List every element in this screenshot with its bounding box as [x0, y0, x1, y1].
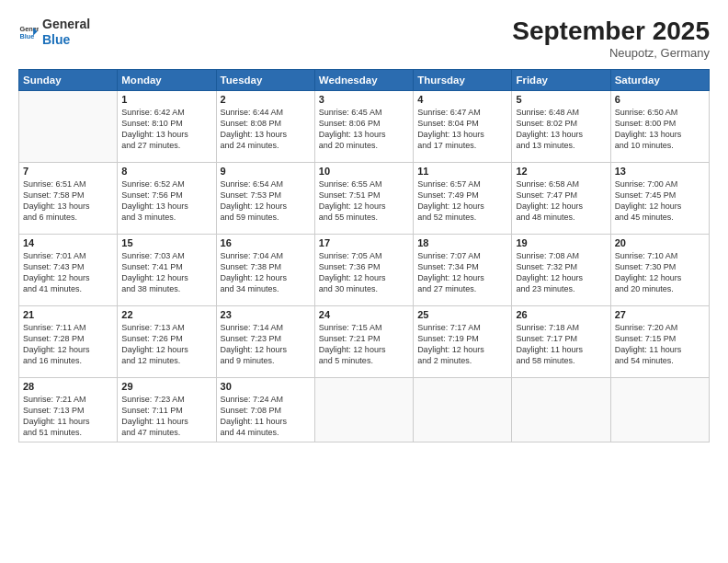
day-info: Sunrise: 7:15 AMSunset: 7:21 PMDaylight:… — [319, 322, 409, 367]
calendar-cell — [512, 378, 610, 442]
day-number: 10 — [319, 166, 409, 177]
calendar-cell: 20Sunrise: 7:10 AMSunset: 7:30 PMDayligh… — [610, 235, 709, 306]
day-info: Sunrise: 7:23 AMSunset: 7:11 PMDaylight:… — [121, 394, 211, 439]
day-info: Sunrise: 6:45 AMSunset: 8:06 PMDaylight:… — [319, 107, 409, 152]
week-row-4: 21Sunrise: 7:11 AMSunset: 7:28 PMDayligh… — [19, 306, 710, 378]
calendar-cell: 27Sunrise: 7:20 AMSunset: 7:15 PMDayligh… — [610, 306, 709, 378]
day-number: 19 — [516, 237, 606, 248]
day-number: 2 — [221, 94, 311, 105]
title-block: September 2025 Neupotz, Germany — [512, 17, 710, 60]
day-number: 9 — [221, 166, 311, 177]
day-number: 23 — [221, 309, 311, 320]
calendar-cell: 29Sunrise: 7:23 AMSunset: 7:11 PMDayligh… — [118, 378, 216, 442]
calendar-cell: 14Sunrise: 7:01 AMSunset: 7:43 PMDayligh… — [19, 235, 118, 306]
day-number: 29 — [121, 381, 211, 392]
day-info: Sunrise: 7:05 AMSunset: 7:36 PMDaylight:… — [319, 250, 409, 295]
week-row-3: 14Sunrise: 7:01 AMSunset: 7:43 PMDayligh… — [19, 235, 710, 306]
day-info: Sunrise: 6:57 AMSunset: 7:49 PMDaylight:… — [417, 178, 507, 224]
calendar-cell: 4Sunrise: 6:47 AMSunset: 8:04 PMDaylight… — [414, 91, 512, 163]
logo-general-text: General — [42, 17, 90, 31]
day-info: Sunrise: 7:17 AMSunset: 7:19 PMDaylight:… — [417, 322, 507, 367]
calendar-page: General Blue General Blue September 2025… — [0, 0, 728, 563]
day-info: Sunrise: 6:42 AMSunset: 8:10 PMDaylight:… — [121, 107, 211, 152]
week-row-2: 7Sunrise: 6:51 AMSunset: 7:58 PMDaylight… — [19, 163, 710, 235]
logo-icon: General Blue — [18, 22, 39, 42]
calendar-cell: 9Sunrise: 6:54 AMSunset: 7:53 PMDaylight… — [216, 163, 314, 235]
day-info: Sunrise: 7:04 AMSunset: 7:38 PMDaylight:… — [221, 250, 311, 295]
calendar-cell: 25Sunrise: 7:17 AMSunset: 7:19 PMDayligh… — [414, 306, 512, 378]
page-header: General Blue General Blue September 2025… — [18, 17, 710, 60]
calendar-cell: 23Sunrise: 7:14 AMSunset: 7:23 PMDayligh… — [216, 306, 314, 378]
calendar-cell: 18Sunrise: 7:07 AMSunset: 7:34 PMDayligh… — [414, 235, 512, 306]
day-number: 8 — [121, 166, 211, 177]
day-number: 20 — [615, 237, 705, 248]
weekday-header-tuesday: Tuesday — [216, 70, 314, 91]
day-number: 6 — [615, 94, 705, 105]
day-number: 26 — [516, 309, 606, 320]
logo-blue-text: Blue — [42, 32, 70, 47]
calendar-cell: 16Sunrise: 7:04 AMSunset: 7:38 PMDayligh… — [216, 235, 314, 306]
day-number: 12 — [516, 166, 606, 177]
day-info: Sunrise: 6:54 AMSunset: 7:53 PMDaylight:… — [221, 178, 311, 224]
calendar-cell — [414, 378, 512, 442]
day-number: 13 — [615, 166, 705, 177]
day-number: 18 — [417, 237, 507, 248]
calendar-cell — [610, 378, 709, 442]
day-info: Sunrise: 7:00 AMSunset: 7:45 PMDaylight:… — [615, 178, 705, 224]
calendar-cell: 13Sunrise: 7:00 AMSunset: 7:45 PMDayligh… — [610, 163, 709, 235]
calendar-cell: 7Sunrise: 6:51 AMSunset: 7:58 PMDaylight… — [19, 163, 118, 235]
month-year: September 2025 — [512, 17, 710, 46]
calendar-cell: 1Sunrise: 6:42 AMSunset: 8:10 PMDaylight… — [118, 91, 216, 163]
day-number: 11 — [417, 166, 507, 177]
week-row-1: 1Sunrise: 6:42 AMSunset: 8:10 PMDaylight… — [19, 91, 710, 163]
day-info: Sunrise: 6:51 AMSunset: 7:58 PMDaylight:… — [23, 178, 113, 224]
day-info: Sunrise: 7:24 AMSunset: 7:08 PMDaylight:… — [221, 394, 311, 439]
calendar-cell: 19Sunrise: 7:08 AMSunset: 7:32 PMDayligh… — [512, 235, 610, 306]
day-info: Sunrise: 7:01 AMSunset: 7:43 PMDaylight:… — [23, 250, 113, 295]
day-info: Sunrise: 7:10 AMSunset: 7:30 PMDaylight:… — [615, 250, 705, 295]
calendar-cell — [314, 378, 413, 442]
calendar-cell: 3Sunrise: 6:45 AMSunset: 8:06 PMDaylight… — [314, 91, 413, 163]
day-info: Sunrise: 7:21 AMSunset: 7:13 PMDaylight:… — [23, 394, 113, 439]
calendar-cell: 2Sunrise: 6:44 AMSunset: 8:08 PMDaylight… — [216, 91, 314, 163]
day-number: 21 — [23, 309, 113, 320]
calendar-cell: 12Sunrise: 6:58 AMSunset: 7:47 PMDayligh… — [512, 163, 610, 235]
day-number: 17 — [319, 237, 409, 248]
day-number: 3 — [319, 94, 409, 105]
day-number: 25 — [417, 309, 507, 320]
calendar-cell: 17Sunrise: 7:05 AMSunset: 7:36 PMDayligh… — [314, 235, 413, 306]
calendar-cell: 11Sunrise: 6:57 AMSunset: 7:49 PMDayligh… — [414, 163, 512, 235]
day-number: 28 — [23, 381, 113, 392]
weekday-header-friday: Friday — [512, 70, 610, 91]
calendar-cell: 8Sunrise: 6:52 AMSunset: 7:56 PMDaylight… — [118, 163, 216, 235]
day-number: 15 — [121, 237, 211, 248]
calendar-cell: 10Sunrise: 6:55 AMSunset: 7:51 PMDayligh… — [314, 163, 413, 235]
calendar-table: SundayMondayTuesdayWednesdayThursdayFrid… — [18, 69, 710, 442]
day-info: Sunrise: 7:14 AMSunset: 7:23 PMDaylight:… — [221, 322, 311, 367]
day-number: 30 — [221, 381, 311, 392]
weekday-header-saturday: Saturday — [610, 70, 709, 91]
weekday-header-thursday: Thursday — [414, 70, 512, 91]
day-info: Sunrise: 7:07 AMSunset: 7:34 PMDaylight:… — [417, 250, 507, 295]
day-info: Sunrise: 7:11 AMSunset: 7:28 PMDaylight:… — [23, 322, 113, 367]
calendar-cell — [19, 91, 118, 163]
logo: General Blue General Blue — [18, 17, 90, 48]
day-info: Sunrise: 6:55 AMSunset: 7:51 PMDaylight:… — [319, 178, 409, 224]
calendar-cell: 24Sunrise: 7:15 AMSunset: 7:21 PMDayligh… — [314, 306, 413, 378]
week-row-5: 28Sunrise: 7:21 AMSunset: 7:13 PMDayligh… — [19, 378, 710, 442]
svg-text:Blue: Blue — [19, 32, 34, 40]
calendar-cell: 30Sunrise: 7:24 AMSunset: 7:08 PMDayligh… — [216, 378, 314, 442]
day-info: Sunrise: 7:08 AMSunset: 7:32 PMDaylight:… — [516, 250, 606, 295]
day-info: Sunrise: 6:47 AMSunset: 8:04 PMDaylight:… — [417, 107, 507, 152]
day-info: Sunrise: 7:18 AMSunset: 7:17 PMDaylight:… — [516, 322, 606, 367]
day-number: 1 — [121, 94, 211, 105]
day-number: 24 — [319, 309, 409, 320]
weekday-header-sunday: Sunday — [19, 70, 118, 91]
day-number: 16 — [221, 237, 311, 248]
day-number: 4 — [417, 94, 507, 105]
weekday-header-wednesday: Wednesday — [314, 70, 413, 91]
calendar-cell: 26Sunrise: 7:18 AMSunset: 7:17 PMDayligh… — [512, 306, 610, 378]
day-info: Sunrise: 6:44 AMSunset: 8:08 PMDaylight:… — [221, 107, 311, 152]
calendar-cell: 22Sunrise: 7:13 AMSunset: 7:26 PMDayligh… — [118, 306, 216, 378]
calendar-cell: 28Sunrise: 7:21 AMSunset: 7:13 PMDayligh… — [19, 378, 118, 442]
